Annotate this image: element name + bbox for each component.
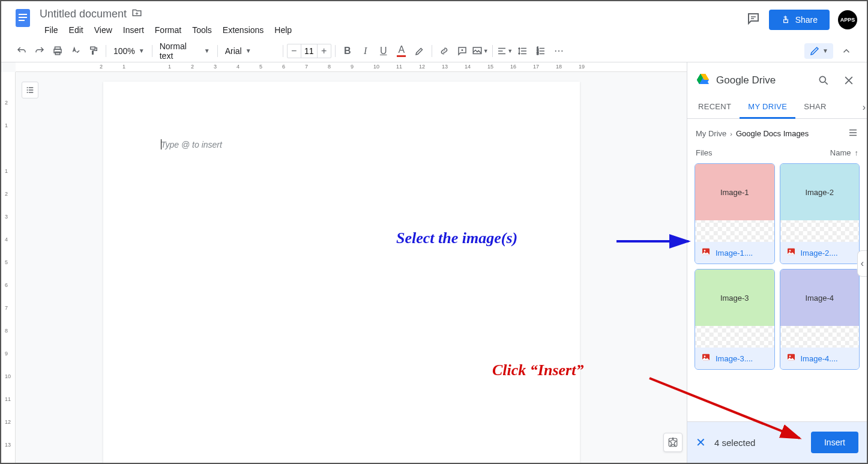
- main-area: 2112345678910111213141516171819 21123456…: [1, 62, 867, 463]
- undo-icon[interactable]: [13, 43, 30, 59]
- paint-format-icon[interactable]: [85, 43, 102, 59]
- menu-help[interactable]: Help: [270, 23, 297, 37]
- svg-point-25: [704, 355, 706, 357]
- link-icon[interactable]: [436, 43, 453, 59]
- more-icon[interactable]: ⋯: [550, 43, 567, 59]
- tab-shared[interactable]: SHAR: [795, 96, 834, 118]
- clear-selection-icon[interactable]: ✕: [696, 435, 706, 450]
- insert-button[interactable]: Insert: [811, 432, 858, 453]
- chevron-right-icon: ›: [730, 130, 732, 137]
- search-icon[interactable]: [814, 71, 833, 90]
- spellcheck-icon[interactable]: [67, 43, 84, 59]
- svg-rect-8: [91, 47, 95, 49]
- font-size-value[interactable]: 11: [301, 44, 318, 58]
- docs-logo-icon[interactable]: [11, 6, 35, 30]
- file-name: Image-3....: [716, 354, 753, 363]
- zoom-select[interactable]: 100%▼: [110, 43, 148, 59]
- text-color-icon[interactable]: A: [393, 43, 410, 59]
- file-footer: Image-1....: [695, 242, 774, 264]
- image-icon[interactable]: ▼: [472, 43, 489, 59]
- comments-icon[interactable]: [746, 11, 761, 28]
- menu-edit[interactable]: Edit: [64, 23, 88, 37]
- line-spacing-icon[interactable]: [514, 43, 531, 59]
- svg-point-21: [704, 250, 706, 252]
- list-view-icon[interactable]: [848, 127, 858, 140]
- comment-icon[interactable]: [454, 43, 471, 59]
- menu-view[interactable]: View: [89, 23, 117, 37]
- menu-insert[interactable]: Insert: [118, 23, 149, 37]
- italic-icon[interactable]: I: [357, 43, 374, 59]
- breadcrumb-current[interactable]: Google Docs Images: [736, 129, 809, 138]
- panel-tabs: RECENT MY DRIVE SHAR ›: [687, 96, 867, 119]
- align-icon[interactable]: ▼: [496, 43, 513, 59]
- svg-point-23: [789, 250, 791, 252]
- style-value: Normal text: [160, 41, 200, 61]
- file-thumbnail: Image-1: [695, 164, 774, 220]
- style-select[interactable]: Normal text▼: [156, 43, 214, 59]
- selection-count: 4 selected: [714, 438, 803, 448]
- horizontal-ruler[interactable]: 2112345678910111213141516171819: [16, 62, 687, 72]
- font-size-minus[interactable]: −: [288, 46, 301, 56]
- share-label: Share: [795, 15, 818, 25]
- svg-point-27: [789, 355, 791, 357]
- title-area: Untitled document File Edit View Insert …: [40, 6, 746, 37]
- document-title[interactable]: Untitled document: [40, 8, 127, 20]
- document-canvas[interactable]: 2112345678910111213141516171819 21123456…: [1, 62, 687, 463]
- user-avatar[interactable]: APPS: [838, 10, 857, 29]
- file-card[interactable]: Image-3 Image-3....: [695, 269, 775, 370]
- menu-extensions[interactable]: Extensions: [218, 23, 268, 37]
- svg-text:3: 3: [537, 52, 538, 55]
- menu-format[interactable]: Format: [150, 23, 186, 37]
- font-size-plus[interactable]: +: [318, 46, 331, 56]
- drive-side-panel: Google Drive RECENT MY DRIVE SHAR › My D…: [687, 62, 867, 463]
- tab-mydrive[interactable]: MY DRIVE: [740, 96, 795, 119]
- collapse-icon[interactable]: [838, 43, 855, 59]
- file-footer: Image-4....: [780, 348, 860, 369]
- tabs-scroll-right-icon[interactable]: ›: [861, 101, 867, 114]
- sort-up-icon: ↑: [855, 148, 859, 157]
- file-card[interactable]: Image-2 Image-2....: [780, 163, 860, 264]
- list-icon[interactable]: 123: [532, 43, 549, 59]
- image-file-icon: [701, 247, 711, 259]
- explore-icon[interactable]: [663, 433, 683, 452]
- breadcrumb-root[interactable]: My Drive: [696, 129, 726, 138]
- share-button[interactable]: Share: [769, 10, 830, 30]
- font-select[interactable]: Arial▼: [222, 43, 279, 59]
- placeholder-text: Type @ to insert: [161, 140, 222, 149]
- underline-icon[interactable]: U: [375, 43, 392, 59]
- font-size-control: − 11 +: [287, 44, 331, 58]
- image-file-icon: [701, 352, 711, 364]
- editing-mode-button[interactable]: ▼: [804, 43, 833, 59]
- close-icon[interactable]: [839, 71, 858, 90]
- redo-icon[interactable]: [31, 43, 48, 59]
- highlight-icon[interactable]: [411, 43, 428, 59]
- file-checker: [695, 220, 774, 242]
- toolbar: 100%▼ Normal text▼ Arial▼ − 11 + B I U A…: [1, 40, 867, 62]
- move-icon[interactable]: [131, 7, 142, 20]
- menu-file[interactable]: File: [40, 23, 63, 37]
- svg-rect-28: [669, 438, 677, 447]
- side-panel-handle-icon[interactable]: ‹: [857, 250, 867, 277]
- font-value: Arial: [225, 46, 242, 56]
- menu-tools[interactable]: Tools: [187, 23, 217, 37]
- print-icon[interactable]: [49, 43, 66, 59]
- drive-logo-icon: [696, 72, 710, 89]
- svg-rect-2: [19, 17, 27, 18]
- file-name: Image-1....: [716, 249, 753, 258]
- files-header: Files Name ↑: [687, 145, 867, 163]
- panel-title: Google Drive: [716, 74, 808, 86]
- file-card[interactable]: Image-4 Image-4....: [780, 269, 860, 370]
- file-card[interactable]: Image-1 Image-1....: [695, 163, 775, 264]
- breadcrumb: My Drive › Google Docs Images: [687, 119, 867, 145]
- tab-recent[interactable]: RECENT: [690, 96, 740, 118]
- files-label: Files: [696, 148, 712, 157]
- file-name: Image-4....: [801, 354, 838, 363]
- text-cursor: [161, 139, 161, 149]
- document-page[interactable]: Type @ to insert: [103, 82, 580, 463]
- file-name: Image-2....: [801, 249, 838, 258]
- svg-rect-3: [19, 20, 25, 21]
- file-checker: [780, 326, 860, 348]
- sort-by-name[interactable]: Name ↑: [830, 148, 858, 157]
- bold-icon[interactable]: B: [339, 43, 356, 59]
- svg-rect-4: [785, 19, 786, 20]
